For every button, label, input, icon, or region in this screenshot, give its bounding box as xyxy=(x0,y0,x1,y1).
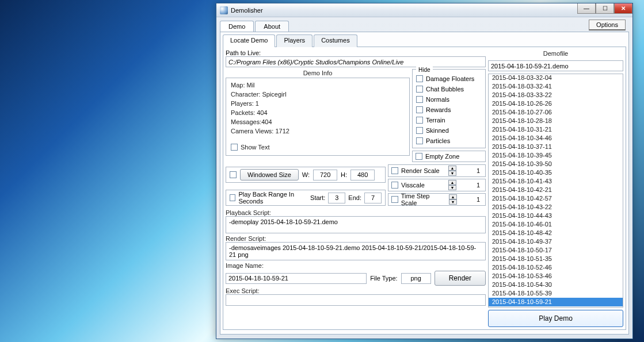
file-type-input[interactable] xyxy=(401,273,431,284)
info-map: Map: Mil xyxy=(231,82,405,89)
playback-script-box[interactable]: -demoplay 2015-04-18-10-59-21.demo xyxy=(226,216,486,233)
hide-particles-checkbox[interactable] xyxy=(416,137,423,144)
maximize-button[interactable]: ☐ xyxy=(596,3,614,14)
demofile-list-item[interactable]: 2015-04-18-10-41-43 xyxy=(489,177,623,186)
demofile-list-item[interactable]: 2015-04-18-10-26-26 xyxy=(489,99,623,108)
timestep-checkbox[interactable] xyxy=(391,196,398,203)
demofile-list-item[interactable]: 2015-04-18-10-59-21 xyxy=(489,298,623,306)
height-input[interactable] xyxy=(350,170,375,180)
demofile-list-item[interactable]: 2015-04-18-03-33-22 xyxy=(489,91,623,99)
subtab-locate-demo[interactable]: Locate Demo xyxy=(223,34,275,47)
demofile-list-item[interactable]: 2015-04-18-10-48-42 xyxy=(489,229,623,237)
image-name-input[interactable] xyxy=(226,273,367,284)
subtab-players[interactable]: Players xyxy=(276,34,313,47)
hide-terrain-checkbox[interactable] xyxy=(416,117,423,124)
exec-script-label: Exec Script: xyxy=(226,287,486,294)
windowed-size-checkbox[interactable] xyxy=(230,171,237,178)
minimize-button[interactable]: — xyxy=(577,3,596,14)
render-button[interactable]: Render xyxy=(435,271,486,286)
demofile-list-item[interactable]: 2015-04-18-10-53-46 xyxy=(489,272,623,280)
demofile-list-item[interactable]: 2015-04-18-10-39-50 xyxy=(489,160,623,168)
options-button[interactable]: Options xyxy=(589,20,626,30)
end-input[interactable] xyxy=(364,193,382,203)
demofile-list-item[interactable]: 2015-04-18-10-40-35 xyxy=(489,168,623,177)
play-demo-button[interactable]: Play Demo xyxy=(488,310,623,327)
w-label: W: xyxy=(302,171,310,178)
hide-normals-checkbox[interactable] xyxy=(416,96,423,103)
demofile-list-item[interactable]: 2015-04-18-10-39-45 xyxy=(489,151,623,160)
title-bar[interactable]: Demolisher — ☐ ✕ xyxy=(216,3,632,17)
demofile-label: Demofile xyxy=(488,50,623,57)
app-window: Demolisher — ☐ ✕ Demo About Options Loca… xyxy=(216,3,633,339)
visscale-up[interactable]: ▲ xyxy=(448,180,456,185)
demofile-list[interactable]: 2015-04-18-03-31-592015-04-18-03-32-0420… xyxy=(488,74,623,308)
timestep-up[interactable]: ▲ xyxy=(449,194,457,199)
visscale-checkbox[interactable] xyxy=(391,182,398,189)
demofile-list-item[interactable]: 2015-04-18-10-49-37 xyxy=(489,237,623,246)
demofile-list-item[interactable]: 2015-04-18-10-51-35 xyxy=(489,255,623,263)
demofile-list-item[interactable]: 2015-04-18-10-34-46 xyxy=(489,134,623,143)
file-type-label: File Type: xyxy=(370,275,398,282)
windowed-size-button[interactable]: Windowed Size xyxy=(240,169,299,180)
demofile-list-item[interactable]: 2015-04-18-10-44-43 xyxy=(489,212,623,220)
end-label: End: xyxy=(348,194,361,201)
hide-rewards-label: Rewards xyxy=(426,106,451,113)
path-to-live-input[interactable] xyxy=(226,56,486,67)
render-scale-checkbox[interactable] xyxy=(391,167,398,174)
hide-damage-label: Damage Floaters xyxy=(426,75,474,82)
demofile-list-item[interactable]: 2015-04-18-10-50-17 xyxy=(489,246,623,255)
empty-zone-checkbox[interactable] xyxy=(416,153,422,160)
demofile-list-item[interactable]: 2015-04-18-10-52-46 xyxy=(489,263,623,272)
render-scale-up[interactable]: ▲ xyxy=(448,166,456,171)
timestep-value: 1 xyxy=(460,196,482,203)
hide-groupbox: Hide Damage Floaters Chat Bubbles Normal… xyxy=(412,69,486,148)
start-input[interactable] xyxy=(328,193,345,203)
demofile-list-item[interactable]: 2015-04-18-10-37-11 xyxy=(489,143,623,151)
timestep-down[interactable]: ▼ xyxy=(449,199,457,205)
subtab-costumes[interactable]: Costumes xyxy=(314,34,357,47)
hide-legend: Hide xyxy=(416,67,433,73)
image-name-label: Image Name: xyxy=(226,262,486,269)
hide-skinned-checkbox[interactable] xyxy=(416,127,423,134)
tab-demo[interactable]: Demo xyxy=(220,21,254,32)
playback-range-checkbox[interactable] xyxy=(230,194,235,201)
hide-chat-checkbox[interactable] xyxy=(416,86,423,93)
show-text-checkbox[interactable] xyxy=(231,144,238,151)
tab-about[interactable]: About xyxy=(255,21,289,32)
hide-particles-label: Particles xyxy=(426,137,450,144)
info-players: Players: 1 xyxy=(231,100,405,107)
hide-damage-checkbox[interactable] xyxy=(416,75,423,82)
path-label: Path to Live: xyxy=(226,49,486,56)
close-button[interactable]: ✕ xyxy=(614,3,632,14)
demofile-list-item[interactable]: 2015-04-18-10-54-30 xyxy=(489,280,623,289)
hide-chat-label: Chat Bubbles xyxy=(426,86,464,93)
demofile-list-item[interactable]: 2015-04-18-03-32-41 xyxy=(489,82,623,91)
width-input[interactable] xyxy=(313,170,337,180)
hide-rewards-checkbox[interactable] xyxy=(416,106,423,113)
demofile-list-item[interactable]: 2015-04-18-10-55-39 xyxy=(489,289,623,298)
info-character: Character: Spicegirl xyxy=(231,91,405,98)
render-script-box[interactable]: -demosaveimages 2015-04-18-10-59-21.demo… xyxy=(226,242,486,260)
demofile-list-item[interactable]: 2015-04-18-10-28-18 xyxy=(489,117,623,125)
show-text-label: Show Text xyxy=(241,144,270,151)
window-title: Demolisher xyxy=(231,7,263,14)
info-camera: Camera Views: 1712 xyxy=(231,128,405,135)
demofile-list-item[interactable]: 2015-04-18-10-46-01 xyxy=(489,220,623,229)
demofile-list-item[interactable]: 2015-04-18-10-42-21 xyxy=(489,186,623,194)
demofile-list-item[interactable]: 2015-04-18-03-32-04 xyxy=(489,74,623,82)
app-icon xyxy=(220,6,228,14)
visscale-label: Visscale xyxy=(401,182,425,189)
visscale-value: 1 xyxy=(459,182,482,189)
exec-script-box[interactable] xyxy=(226,294,486,306)
demofile-list-item[interactable]: 2015-04-18-10-43-22 xyxy=(489,203,623,212)
demofile-list-item[interactable]: 2015-04-18-10-27-06 xyxy=(489,108,623,117)
hide-terrain-label: Terrain xyxy=(426,117,445,124)
render-scale-label: Render Scale xyxy=(401,167,440,174)
visscale-down[interactable]: ▼ xyxy=(448,185,456,190)
demofile-input[interactable] xyxy=(488,60,623,71)
demofile-list-item[interactable]: 2015-04-18-10-31-21 xyxy=(489,125,623,134)
render-scale-down[interactable]: ▼ xyxy=(448,171,456,176)
info-packets: Packets: 404 xyxy=(231,109,405,116)
demofile-list-item[interactable]: 2015-04-18-10-42-57 xyxy=(489,194,623,203)
demo-info-box: Map: Mil Character: Spicegirl Players: 1… xyxy=(226,78,410,156)
